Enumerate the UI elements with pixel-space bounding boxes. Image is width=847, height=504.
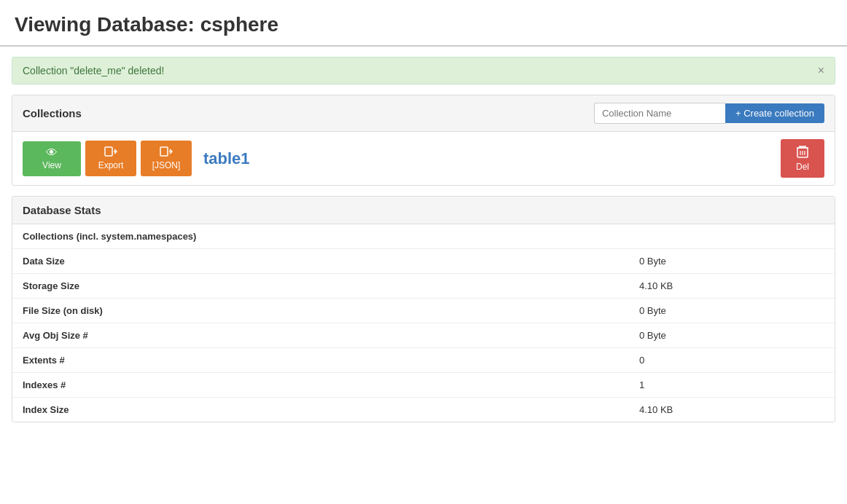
stats-value: 4.10 KB	[629, 274, 835, 299]
alert-message: Collection "delete_me" deleted!	[23, 65, 164, 76]
view-label: View	[42, 160, 61, 170]
stats-label: Storage Size	[12, 274, 629, 299]
stats-value: 0	[629, 348, 835, 373]
collection-name-input[interactable]	[594, 103, 725, 124]
svg-rect-2	[160, 147, 168, 156]
view-button[interactable]: 👁 View	[23, 141, 81, 176]
stats-row: Indexes #1	[12, 373, 835, 398]
collections-panel: Collections + Create collection 👁 View	[12, 95, 835, 186]
stats-panel: Database Stats Collections (incl. system…	[12, 196, 835, 422]
stats-label: Data Size	[12, 249, 629, 274]
json-icon	[160, 146, 173, 159]
page-wrapper: Viewing Database: csphere Collection "de…	[0, 0, 847, 504]
del-button[interactable]: Del	[781, 139, 824, 178]
stats-label: Extents #	[12, 348, 629, 373]
alert-close-button[interactable]: ×	[818, 65, 824, 76]
collection-row: 👁 View Export	[12, 132, 835, 185]
export-label: Export	[98, 160, 124, 170]
del-label: Del	[796, 162, 809, 172]
create-collection-button[interactable]: + Create collection	[725, 103, 824, 123]
stats-value: 4.10 KB	[629, 398, 835, 422]
collection-name-link[interactable]: table1	[203, 149, 776, 168]
stats-label: Index Size	[12, 398, 629, 422]
export-button[interactable]: Export	[85, 141, 136, 176]
stats-row: Avg Obj Size #0 Byte	[12, 323, 835, 348]
collections-controls: + Create collection	[594, 103, 824, 124]
collections-section-title: Collections	[23, 107, 82, 119]
stats-value: 0 Byte	[629, 323, 835, 348]
stats-value: 0 Byte	[629, 249, 835, 274]
collections-header: Collections + Create collection	[12, 95, 835, 132]
stats-value	[629, 224, 835, 249]
stats-value: 1	[629, 373, 835, 398]
page-title: Viewing Database: csphere	[15, 13, 832, 36]
stats-row: Data Size0 Byte	[12, 249, 835, 274]
stats-row: Collections (incl. system.namespaces)	[12, 224, 835, 249]
stats-section-title: Database Stats	[23, 204, 101, 216]
stats-row: Index Size4.10 KB	[12, 398, 835, 422]
stats-row: Storage Size4.10 KB	[12, 274, 835, 299]
svg-rect-0	[105, 147, 112, 156]
stats-row: File Size (on disk)0 Byte	[12, 299, 835, 323]
stats-table: Collections (incl. system.namespaces)Dat…	[12, 224, 835, 422]
json-label: [JSON]	[152, 160, 181, 170]
alert-success: Collection "delete_me" deleted! ×	[12, 57, 835, 84]
json-button[interactable]: [JSON]	[141, 141, 192, 176]
stats-label: Collections (incl. system.namespaces)	[12, 224, 629, 249]
stats-row: Extents #0	[12, 348, 835, 373]
export-icon	[104, 146, 117, 159]
stats-header: Database Stats	[12, 197, 835, 224]
stats-label: File Size (on disk)	[12, 299, 629, 323]
stats-value: 0 Byte	[629, 299, 835, 323]
stats-label: Avg Obj Size #	[12, 323, 629, 348]
view-icon: 👁	[46, 147, 58, 159]
stats-label: Indexes #	[12, 373, 629, 398]
del-icon	[797, 145, 808, 160]
page-header: Viewing Database: csphere	[0, 0, 847, 47]
